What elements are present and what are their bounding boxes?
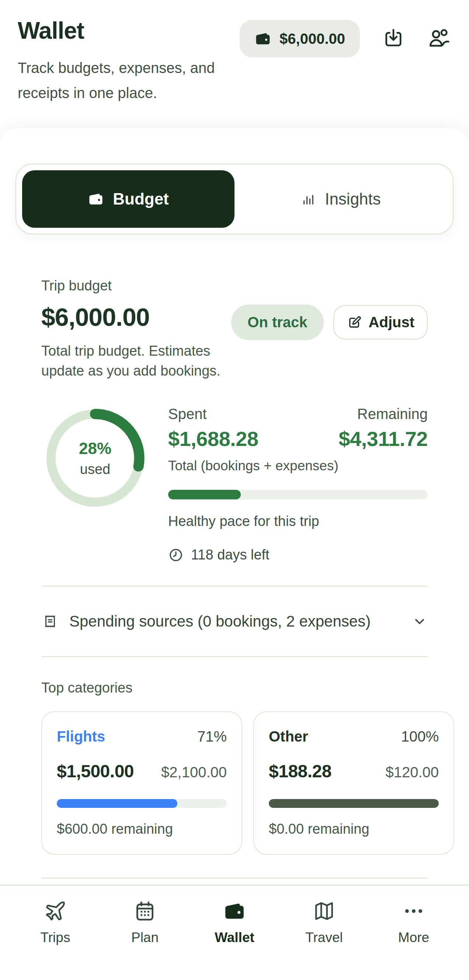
page-title: Wallet bbox=[18, 17, 239, 44]
chevron-down-icon bbox=[412, 613, 428, 630]
category-card-flights[interactable]: Flights 71% $1,500.00 $2,100.00 $600.00 … bbox=[41, 711, 242, 855]
ellipsis-icon bbox=[402, 900, 425, 923]
nav-label: More bbox=[398, 930, 429, 945]
donut-center-text: 28% used bbox=[41, 404, 149, 512]
divider bbox=[41, 878, 428, 879]
category-card-other[interactable]: Other 100% $188.28 $120.00 $0.00 remaini… bbox=[253, 711, 454, 855]
wallet-icon bbox=[254, 30, 271, 47]
category-spent: $188.28 bbox=[269, 761, 332, 781]
budget-header-left: Trip budget $6,000.00 Total trip budget.… bbox=[41, 278, 231, 381]
spent-amount: $1,688.28 bbox=[168, 427, 258, 451]
tab-budget-label: Budget bbox=[113, 190, 169, 208]
adjust-button[interactable]: Adjust bbox=[333, 305, 428, 339]
top-categories-label: Top categories bbox=[41, 680, 428, 696]
tab-insights[interactable]: Insights bbox=[234, 170, 447, 228]
category-progress-bar bbox=[269, 799, 439, 808]
nav-label: Plan bbox=[131, 930, 158, 945]
nav-label: Travel bbox=[305, 930, 343, 945]
nav-item-wallet[interactable]: Wallet bbox=[201, 900, 268, 980]
days-left: 118 days left bbox=[168, 547, 428, 563]
clock-icon bbox=[168, 547, 183, 563]
category-remaining: $0.00 remaining bbox=[269, 821, 439, 837]
wallet-balance-amount: $6,000.00 bbox=[279, 30, 345, 47]
category-percent: 71% bbox=[197, 728, 227, 745]
spending-sources-accordion[interactable]: Spending sources (0 bookings, 2 expenses… bbox=[41, 609, 428, 633]
budget-progress-fill bbox=[168, 490, 241, 500]
plane-icon bbox=[44, 900, 67, 923]
remaining-label: Remaining bbox=[357, 406, 428, 422]
nav-item-travel[interactable]: Travel bbox=[291, 900, 357, 980]
remaining-amount: $4,311.72 bbox=[338, 427, 428, 451]
wallet-icon bbox=[88, 191, 104, 207]
budget-description: Total trip budget. Estimates update as y… bbox=[41, 341, 231, 381]
category-budget: $2,100.00 bbox=[161, 764, 227, 781]
wallet-icon bbox=[223, 900, 246, 923]
members-button[interactable] bbox=[427, 26, 451, 52]
category-remaining: $600.00 remaining bbox=[57, 821, 227, 837]
nav-item-trips[interactable]: Trips bbox=[22, 900, 88, 980]
calendar-icon bbox=[134, 900, 156, 923]
budget-section-label: Trip budget bbox=[41, 278, 231, 294]
status-badge: On track bbox=[231, 304, 323, 340]
nav-label: Wallet bbox=[215, 930, 254, 945]
budget-panel: Trip budget $6,000.00 Total trip budget.… bbox=[16, 234, 453, 946]
category-budget: $120.00 bbox=[385, 764, 439, 781]
receipt-icon bbox=[41, 612, 59, 630]
spending-sources-left: Spending sources (0 bookings, 2 expenses… bbox=[41, 612, 370, 630]
tab-insights-label: Insights bbox=[325, 190, 381, 208]
content-sheet: Budget Insights Trip budget $6,000.00 To… bbox=[0, 128, 469, 980]
budget-stats: 28% used Spent Remaining $1,688.28 $4,31… bbox=[41, 404, 428, 563]
header-text: Wallet Track budgets, expenses, and rece… bbox=[18, 17, 239, 105]
users-icon bbox=[427, 26, 451, 51]
nav-label: Trips bbox=[41, 930, 70, 945]
category-name: Flights bbox=[57, 728, 105, 745]
budget-total-amount: $6,000.00 bbox=[41, 302, 231, 331]
spent-label: Spent bbox=[168, 406, 207, 422]
nav-item-more[interactable]: More bbox=[381, 900, 447, 980]
budget-header: Trip budget $6,000.00 Total trip budget.… bbox=[41, 278, 428, 381]
wallet-balance-pill[interactable]: $6,000.00 bbox=[240, 20, 360, 57]
category-spent: $1,500.00 bbox=[57, 761, 134, 781]
tab-budget[interactable]: Budget bbox=[22, 170, 234, 228]
donut-caption: used bbox=[80, 461, 110, 477]
category-cards-row: Flights 71% $1,500.00 $2,100.00 $600.00 … bbox=[41, 711, 453, 855]
category-progress-bar bbox=[57, 799, 227, 808]
budget-donut-chart: 28% used bbox=[41, 404, 149, 512]
category-name: Other bbox=[269, 728, 308, 745]
map-icon bbox=[313, 900, 335, 923]
edit-icon bbox=[346, 315, 362, 330]
bar-chart-icon bbox=[300, 191, 316, 207]
total-caption: Total (bookings + expenses) bbox=[168, 458, 428, 474]
days-left-text: 118 days left bbox=[191, 547, 270, 563]
budget-progress-bar bbox=[168, 490, 428, 500]
bottom-nav: Trips Plan Wallet bbox=[0, 885, 469, 980]
category-progress-fill bbox=[269, 799, 439, 808]
spending-sources-label: Spending sources (0 bookings, 2 expenses… bbox=[69, 612, 370, 630]
divider bbox=[41, 656, 428, 657]
export-download-button[interactable] bbox=[381, 26, 405, 52]
nav-item-plan[interactable]: Plan bbox=[112, 900, 178, 980]
spent-remaining-block: Spent Remaining $1,688.28 $4,311.72 Tota… bbox=[168, 404, 428, 563]
budget-actions: On track Adjust bbox=[231, 304, 428, 340]
segmented-tabs: Budget Insights bbox=[16, 164, 453, 234]
divider bbox=[41, 585, 428, 587]
header: Wallet Track budgets, expenses, and rece… bbox=[0, 0, 469, 105]
pace-note: Healthy pace for this trip bbox=[168, 514, 428, 529]
donut-percent: 28% bbox=[79, 439, 112, 458]
category-percent: 100% bbox=[401, 728, 439, 745]
download-icon bbox=[381, 26, 405, 51]
page-subtitle: Track budgets, expenses, and receipts in… bbox=[18, 55, 239, 105]
header-actions: $6,000.00 bbox=[240, 20, 451, 57]
category-progress-fill bbox=[57, 799, 177, 808]
adjust-button-label: Adjust bbox=[369, 314, 415, 331]
